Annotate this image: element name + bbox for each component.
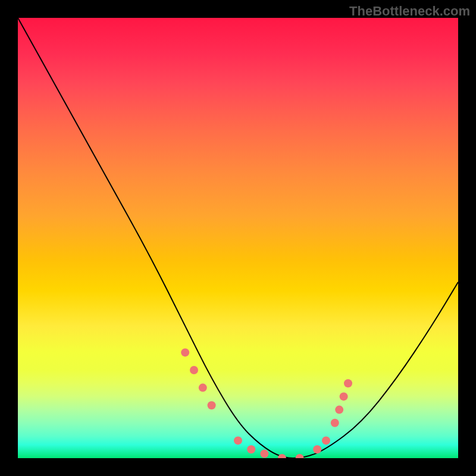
marker-dot — [181, 348, 189, 356]
watermark-text: TheBottleneck.com — [349, 4, 470, 19]
marker-dot — [208, 401, 216, 409]
marker-dot — [331, 419, 339, 427]
marker-dot — [247, 445, 255, 453]
bottleneck-chart — [18, 18, 458, 458]
marker-dot — [199, 384, 207, 392]
marker-dot — [296, 454, 304, 458]
highlight-markers — [181, 348, 352, 458]
marker-dot — [190, 366, 198, 374]
marker-dot — [260, 450, 268, 458]
marker-dot — [322, 436, 330, 444]
marker-dot — [278, 454, 286, 458]
marker-dot — [313, 445, 321, 453]
bottleneck-curve-line — [18, 18, 458, 458]
marker-dot — [335, 406, 343, 414]
marker-dot — [344, 379, 352, 387]
marker-dot — [234, 436, 242, 444]
marker-dot — [340, 392, 348, 400]
